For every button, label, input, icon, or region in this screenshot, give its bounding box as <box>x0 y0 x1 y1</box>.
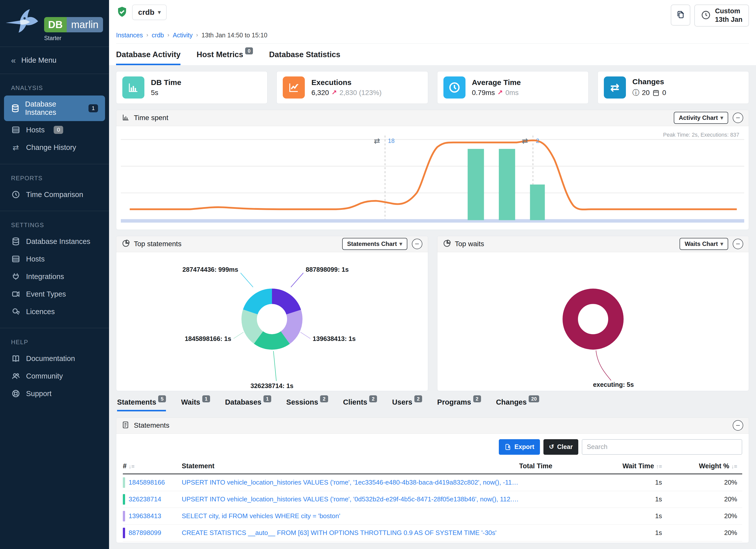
waits-chart-dropdown[interactable]: Waits Chart ▾ <box>680 238 728 250</box>
plan-label: Starter <box>44 35 103 42</box>
col-header-weight[interactable]: Weight %↓≡ <box>667 462 742 470</box>
tab-users[interactable]: Users2 <box>392 398 422 411</box>
instance-selector[interactable]: crdb ▾ <box>132 5 167 20</box>
people-icon <box>11 372 21 380</box>
copy-link-button[interactable] <box>671 5 690 26</box>
dropdown-label: Activity Chart <box>679 114 718 121</box>
statement-color-chip <box>123 511 125 521</box>
statement-link[interactable]: CREATE STATISTICS __auto__ FROM [63] WIT… <box>182 529 519 537</box>
collapse-panel-button[interactable]: − <box>733 239 743 249</box>
tab-host-metrics[interactable]: Host Metrics0 <box>197 50 253 65</box>
time-range-button[interactable]: Custom 13th Jan <box>694 5 749 27</box>
weight-value: 20% <box>667 495 742 503</box>
card-executions: Executions 6,320 ↗ 2,830 (123%) <box>276 71 428 104</box>
col-header-wait-time[interactable]: Wait Time↑≡ <box>562 462 667 470</box>
top-statements-header: Top statements Statements Chart ▾ − <box>116 236 428 252</box>
sidebar-item-documentation[interactable]: Documentation <box>0 350 109 367</box>
statements-chart-dropdown[interactable]: Statements Chart ▾ <box>342 238 407 250</box>
time-spent-chart[interactable]: ⇄ 18 ⇄ 2 Peak Time: 2s, Executions: 837 … <box>116 126 749 230</box>
card-delta: 2,830 (123%) <box>339 89 382 97</box>
statement-link[interactable]: UPSERT INTO vehicle_location_histories V… <box>182 495 519 503</box>
breadcrumb-current: 13th Jan 14:50 to 15:10 <box>202 32 267 39</box>
tab-database-activity[interactable]: Database Activity <box>116 50 180 65</box>
activity-chart-dropdown[interactable]: Activity Chart ▾ <box>674 112 728 124</box>
sort-icon: ↓≡ <box>731 463 737 470</box>
panel-title: Top statements <box>134 240 181 248</box>
sidebar-item-label: Community <box>26 372 63 380</box>
app-root: DB marlin Starter « Hide Menu ANALYSIS D… <box>0 0 756 549</box>
instance-name: crdb <box>138 8 154 17</box>
statement-id-link[interactable]: 139638413 <box>129 512 161 520</box>
sidebar-item-change-history[interactable]: ⇄ Change History <box>0 139 109 156</box>
breadcrumb-instances[interactable]: Instances <box>116 32 143 39</box>
collapse-panel-button[interactable]: − <box>412 239 422 249</box>
sidebar-item-label: Licences <box>26 308 55 316</box>
sidebar-item-label: Database Instances <box>25 100 79 117</box>
sidebar-item-hosts[interactable]: Hosts 0 <box>0 121 109 139</box>
statement-id-link[interactable]: 887898099 <box>129 529 161 537</box>
tab-waits[interactable]: Waits1 <box>181 398 210 411</box>
statement-link[interactable]: UPSERT INTO vehicle_location_histories V… <box>182 479 519 486</box>
tab-databases[interactable]: Databases1 <box>225 398 271 411</box>
table-row: 287474436 UPSERT INTO vehicle_location_h… <box>123 541 742 543</box>
statement-link[interactable]: SELECT city, id FROM vehicles WHERE city… <box>182 512 519 520</box>
sidebar-item-community[interactable]: Community <box>0 367 109 385</box>
card-value: 0.79ms <box>472 89 495 97</box>
clock-icon <box>11 190 21 199</box>
sidebar-section-analysis: ANALYSIS Database Instances 1 Hosts 0 ⇄ … <box>0 74 109 164</box>
tab-statements[interactable]: Statements5 <box>117 398 166 411</box>
tab-clients[interactable]: Clients2 <box>343 398 377 411</box>
table-row: 139638413 SELECT city, id FROM vehicles … <box>123 508 742 525</box>
statement-id-link[interactable]: 1845898166 <box>129 479 165 486</box>
sidebar-item-label: Hosts <box>26 126 45 134</box>
sidebar-item-settings-hosts[interactable]: Hosts <box>0 250 109 268</box>
col-header-total-time[interactable]: Total Time <box>519 462 562 470</box>
statements-donut-chart[interactable]: 887898099: 1s 139638413: 1s 326238714: 1… <box>116 252 428 391</box>
sidebar-item-event-types[interactable]: Event Types <box>0 285 109 303</box>
tab-sessions[interactable]: Sessions2 <box>286 398 328 411</box>
col-header-id[interactable]: #↓≡ <box>123 462 182 470</box>
sidebar-section-help: HELP Documentation Community Support <box>0 328 109 410</box>
collapse-panel-button[interactable]: − <box>733 113 743 123</box>
tab-database-statistics[interactable]: Database Statistics <box>269 50 340 65</box>
sidebar-item-integrations[interactable]: Integrations <box>0 268 109 285</box>
hide-menu-button[interactable]: « Hide Menu <box>0 47 109 74</box>
tab-label: Clients <box>343 398 367 406</box>
clear-label: Clear <box>557 443 573 450</box>
collapse-panel-button[interactable]: − <box>733 420 743 431</box>
tab-label: Databases <box>225 398 261 406</box>
export-button[interactable]: Export <box>499 439 540 455</box>
sidebar-item-database-instances[interactable]: Database Instances 1 <box>4 96 105 121</box>
tab-badge: 1 <box>202 395 210 402</box>
sidebar-item-label: Hosts <box>26 255 45 263</box>
export-label: Export <box>514 443 534 450</box>
chevron-down-icon: ▾ <box>720 241 723 247</box>
tab-label: Sessions <box>286 398 318 406</box>
breadcrumb-separator: › <box>196 32 198 38</box>
card-title: Average Time <box>472 78 521 87</box>
table-row: 326238714 UPSERT INTO vehicle_location_h… <box>123 491 742 508</box>
sidebar-item-time-comparison[interactable]: Time Comparison <box>0 186 109 203</box>
section-title: HELP <box>0 335 109 350</box>
search-input[interactable] <box>582 439 742 455</box>
card-db-time: DB Time 5s <box>116 71 267 104</box>
statement-color-chip <box>123 477 125 488</box>
top-statements-panel: Top statements Statements Chart ▾ − <box>116 236 428 391</box>
breadcrumb-activity[interactable]: Activity <box>173 32 193 39</box>
sidebar-item-licences[interactable]: Licences <box>0 303 109 320</box>
copy-icon <box>676 10 685 20</box>
col-header-statement[interactable]: Statement <box>182 462 519 470</box>
sidebar-item-support[interactable]: Support <box>0 385 109 402</box>
bar-chart-icon <box>122 113 130 122</box>
time-range-mode: Custom <box>715 7 740 16</box>
wait-time-value: 1s <box>562 495 667 503</box>
waits-donut-chart[interactable]: executing: 5s <box>437 252 749 391</box>
tab-badge: 2 <box>369 395 377 402</box>
breadcrumb-crdb[interactable]: crdb <box>152 32 164 39</box>
card-delta: 0ms <box>505 89 519 97</box>
statement-id-link[interactable]: 326238714 <box>129 495 161 503</box>
tab-programs[interactable]: Programs2 <box>437 398 481 411</box>
tab-changes[interactable]: Changes20 <box>496 398 539 411</box>
sidebar-item-settings-database-instances[interactable]: Database Instances <box>0 233 109 250</box>
clear-button[interactable]: ↺ Clear <box>543 439 579 455</box>
